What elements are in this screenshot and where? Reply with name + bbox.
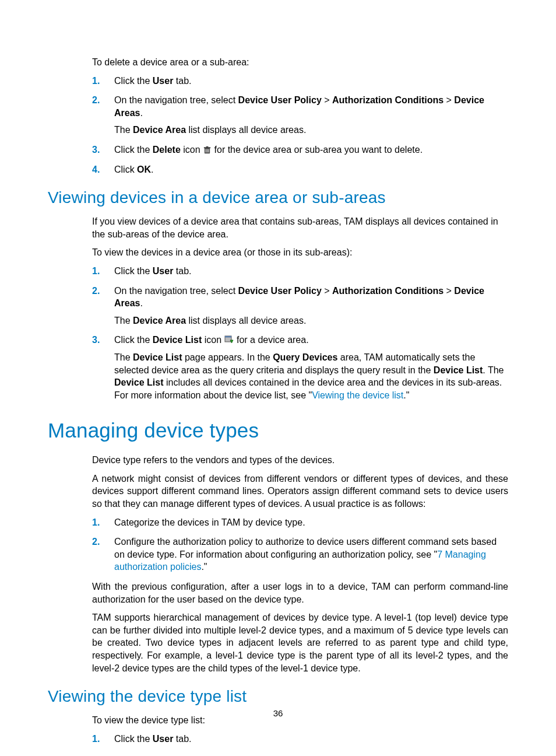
bold-text: Device List [133,352,182,362]
paragraph: A network might consist of devices from … [92,473,508,510]
list-item: 1. Categorize the devices in TAM by devi… [92,516,508,529]
text: . [140,298,142,308]
text: includes all devices contained in the de… [114,377,502,400]
delete-icon [203,146,212,155]
bold-text: Device User Policy [238,95,322,105]
svg-rect-2 [207,149,207,153]
text: icon [202,335,224,345]
text: The [114,352,133,362]
list-item: 3. Click the Device List icon for a devi… [92,334,508,401]
text: The [114,125,133,135]
heading-managing-device-types: Managing device types [48,419,508,442]
text: for a device area. [237,335,309,345]
list-marker: 2. [92,285,100,298]
text: icon [181,145,203,155]
delete-intro: To delete a device area or a sub-area: [92,56,508,69]
list-item: 3. Click the Delete icon for the device … [92,144,508,156]
paragraph: If you view devices of a device area tha… [92,215,508,240]
bold-text: Device List [434,365,483,375]
list-item: 1. Click the User tab. [92,265,508,278]
list-marker: 3. [92,334,100,346]
text: The [114,316,133,326]
svg-rect-7 [225,336,231,338]
list-item: 2. On the navigation tree, select Device… [92,94,508,136]
svg-rect-5 [206,146,209,148]
text: tab. [173,76,191,86]
heading-viewing-device-type-list: Viewing the device type list [48,687,508,706]
text: Click the [114,734,153,744]
text: > [322,95,332,105]
text: for the device area or sub-area you want… [214,145,423,155]
bold-text: Authorization Conditions [332,95,444,105]
text: Click the [114,335,153,345]
text: . [151,164,153,174]
text: Click the [114,76,153,86]
list-marker: 1. [92,516,100,529]
svg-rect-1 [206,149,206,153]
list-item: 1. Click the User tab. [92,75,508,88]
list-marker: 2. [92,94,100,107]
link-viewing-device-list[interactable]: Viewing the device list [312,390,403,400]
list-marker: 3. [92,144,100,156]
bold-text: Query Devices [273,352,337,362]
svg-rect-3 [208,149,209,153]
text: ." [201,562,207,572]
text: list displays all device areas. [186,316,306,326]
bold-text: User [153,76,174,86]
paragraph: With the previous configuration, after a… [92,580,508,606]
list-marker: 1. [92,733,100,746]
bold-text: OK [137,164,151,174]
list-marker: 1. [92,265,100,278]
list-item: 2. On the navigation tree, select Device… [92,285,508,327]
list-marker: 1. [92,75,100,88]
text: Categorize the devices in TAM by device … [114,516,508,529]
text: > [322,286,332,296]
bold-text: Device User Policy [238,286,322,296]
list-marker: 4. [92,163,100,176]
text: > [444,286,454,296]
text: tab. [173,734,191,744]
device-list-icon [224,335,234,345]
text: . The [483,365,504,375]
page-number: 36 [0,708,556,718]
text: > [444,95,454,105]
text: tab. [173,266,191,276]
bold-text: Delete [153,145,181,155]
bold-text: Device Area [133,125,186,135]
bold-text: Authorization Conditions [332,286,444,296]
bold-text: Device Area [133,316,186,326]
list-item: 2. Configure the authorization policy to… [92,536,508,573]
list-item: 4. Click OK. [92,163,508,176]
text: ." [403,390,409,400]
text: Click the [114,266,153,276]
bold-text: Device List [153,335,202,345]
list-marker: 2. [92,536,100,548]
paragraph: Device type refers to the vendors and ty… [92,454,508,467]
text: . [140,108,142,118]
text: On the navigation tree, select [114,286,238,296]
list-item: 1. Click the User tab. [92,733,508,746]
bold-text: User [153,734,174,744]
text: page appears. In the [182,352,273,362]
paragraph: To view the devices in a device area (or… [92,246,508,259]
text: Click [114,164,137,174]
heading-viewing-devices: Viewing devices in a device area or sub-… [48,188,508,207]
bold-text: User [153,266,174,276]
bold-text: Device List [114,377,163,387]
text: Click the [114,145,153,155]
paragraph: TAM supports hierarchical management of … [92,611,508,674]
text: On the navigation tree, select [114,95,238,105]
text: list displays all device areas. [186,125,306,135]
